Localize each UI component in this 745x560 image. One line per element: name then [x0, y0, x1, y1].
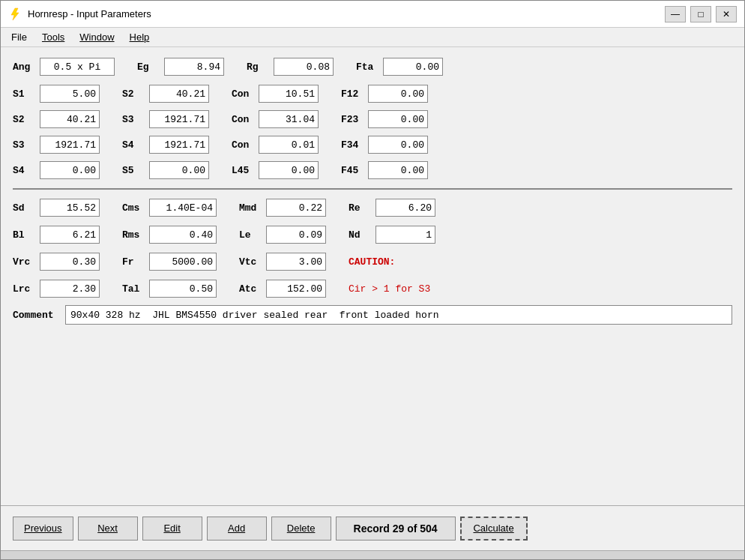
- main-window: Hornresp - Input Parameters — □ ✕ File T…: [0, 0, 745, 560]
- rms-label: Rms: [122, 229, 149, 241]
- s2a-input[interactable]: [149, 85, 209, 103]
- row-vrc: Vrc Fr Vtc CAUTION:: [13, 251, 732, 272]
- rg-input[interactable]: [274, 58, 334, 76]
- add-button[interactable]: Add: [207, 517, 267, 541]
- eg-label: Eg: [137, 61, 164, 73]
- nd-label: Nd: [349, 229, 375, 241]
- s3a-label: S3: [122, 114, 149, 125]
- title-bar: Hornresp - Input Parameters — □ ✕: [1, 1, 744, 28]
- s4a-input[interactable]: [149, 136, 209, 154]
- le-label: Le: [239, 229, 266, 241]
- s1-input[interactable]: [40, 85, 100, 103]
- svg-marker-0: [11, 8, 19, 20]
- con1-input[interactable]: [259, 85, 319, 103]
- tal-input[interactable]: [149, 280, 217, 298]
- comment-input[interactable]: [65, 305, 732, 325]
- row-s4: S4 S5 L45 F45: [13, 160, 732, 181]
- nd-input[interactable]: [375, 226, 435, 244]
- fta-input[interactable]: [383, 58, 443, 76]
- fr-input[interactable]: [149, 253, 217, 271]
- con2-input[interactable]: [259, 110, 319, 128]
- edit-button[interactable]: Edit: [142, 517, 202, 541]
- next-button[interactable]: Next: [78, 517, 138, 541]
- mmd-label: Mmd: [239, 202, 266, 214]
- row-bl: Bl Rms Le Nd: [13, 224, 732, 245]
- sd-label: Sd: [13, 202, 40, 214]
- lrc-input[interactable]: [40, 280, 100, 298]
- s2-label: S2: [13, 114, 40, 125]
- eg-input[interactable]: [164, 58, 224, 76]
- atc-input[interactable]: [266, 280, 326, 298]
- menu-window[interactable]: Window: [72, 30, 121, 44]
- previous-button[interactable]: Previous: [13, 517, 73, 541]
- ang-label: Ang: [13, 61, 40, 73]
- minimize-button[interactable]: —: [665, 6, 686, 22]
- menu-file[interactable]: File: [4, 30, 34, 44]
- record-info-button[interactable]: Record 29 of 504: [336, 517, 456, 541]
- con1-label: Con: [232, 88, 259, 100]
- f23-input[interactable]: [368, 110, 428, 128]
- row-ang: Ang Eg Rg Fta: [13, 56, 732, 77]
- f12-input[interactable]: [368, 85, 428, 103]
- s2-input[interactable]: [40, 110, 100, 128]
- bl-input[interactable]: [40, 226, 100, 244]
- row-s1: S1 S2 Con F12: [13, 83, 732, 104]
- s3a-input[interactable]: [149, 110, 209, 128]
- f34-input[interactable]: [368, 136, 428, 154]
- status-bar: [1, 550, 744, 559]
- comment-row: Comment: [13, 305, 732, 325]
- ang-input[interactable]: [40, 58, 115, 76]
- delete-button[interactable]: Delete: [271, 517, 331, 541]
- s3-input[interactable]: [40, 136, 100, 154]
- le-input[interactable]: [266, 226, 326, 244]
- rms-input[interactable]: [149, 226, 217, 244]
- f34-label: F34: [341, 139, 368, 151]
- bottom-bar: Previous Next Edit Add Delete Record 29 …: [1, 505, 744, 550]
- con3-label: Con: [232, 139, 259, 151]
- caution-sub-label: Cir > 1 for S3: [349, 283, 430, 295]
- re-label: Re: [349, 202, 375, 214]
- s4-label: S4: [13, 165, 40, 176]
- cms-input[interactable]: [149, 199, 217, 217]
- title-bar-left: Hornresp - Input Parameters: [8, 7, 151, 21]
- bl-label: Bl: [13, 229, 40, 241]
- vtc-input[interactable]: [266, 253, 326, 271]
- maximize-button[interactable]: □: [690, 6, 711, 22]
- lrc-label: Lrc: [13, 283, 40, 295]
- row-lrc: Lrc Tal Atc Cir > 1 for S3: [13, 278, 732, 299]
- app-icon: [8, 7, 22, 21]
- caution-label: CAUTION:: [349, 256, 395, 268]
- f45-label: F45: [341, 165, 368, 176]
- atc-label: Atc: [239, 283, 266, 295]
- l45-label: L45: [232, 165, 259, 176]
- sd-input[interactable]: [40, 199, 100, 217]
- f12-label: F12: [341, 88, 368, 100]
- vtc-label: Vtc: [239, 256, 266, 268]
- con3-input[interactable]: [259, 136, 319, 154]
- menu-tools[interactable]: Tools: [34, 30, 72, 44]
- re-input[interactable]: [375, 199, 435, 217]
- s3-label: S3: [13, 139, 40, 151]
- main-content: Ang Eg Rg Fta S1 S2 Con F12: [1, 47, 744, 505]
- mmd-input[interactable]: [266, 199, 326, 217]
- l45-input[interactable]: [259, 161, 319, 179]
- s5-label: S5: [122, 165, 149, 176]
- con2-label: Con: [232, 114, 259, 125]
- comment-label: Comment: [13, 310, 58, 321]
- vrc-input[interactable]: [40, 253, 100, 271]
- calculate-button[interactable]: Calculate: [460, 517, 528, 541]
- fta-label: Fta: [356, 61, 383, 73]
- s4a-label: S4: [122, 139, 149, 151]
- row-s3: S3 S4 Con F34: [13, 134, 732, 155]
- menu-bar: File Tools Window Help: [1, 28, 744, 47]
- f45-input[interactable]: [368, 161, 428, 179]
- s4-input[interactable]: [40, 161, 100, 179]
- row-s2: S2 S3 Con F23: [13, 109, 732, 130]
- tal-label: Tal: [122, 283, 149, 295]
- rg-label: Rg: [247, 61, 274, 73]
- cms-label: Cms: [122, 202, 149, 214]
- menu-help[interactable]: Help: [122, 30, 157, 44]
- s5-input[interactable]: [149, 161, 209, 179]
- window-controls: — □ ✕: [665, 6, 737, 22]
- close-button[interactable]: ✕: [716, 6, 737, 22]
